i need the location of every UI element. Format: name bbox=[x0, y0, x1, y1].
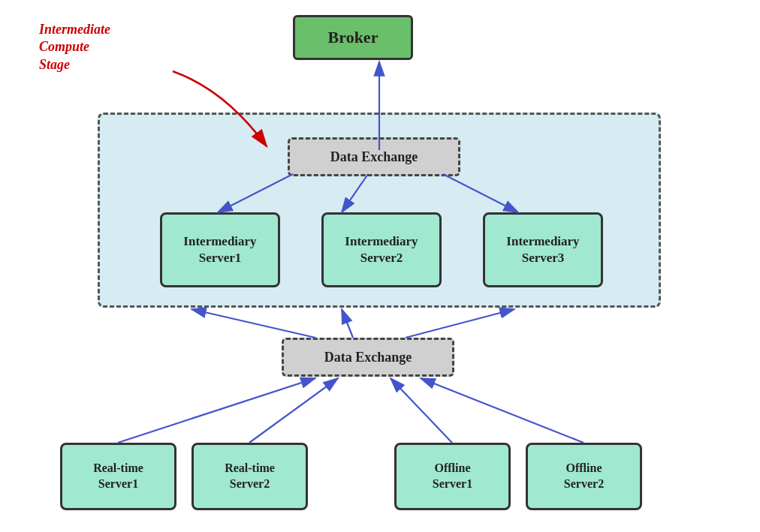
intermediary-server-3: Intermediary Server3 bbox=[483, 212, 603, 287]
realtime-server-2: Real-time Server2 bbox=[192, 443, 308, 510]
arrow-de-bot-to-int2 bbox=[342, 309, 353, 338]
broker-box: Broker bbox=[293, 15, 413, 60]
arrow-rt2-to-de-bot bbox=[249, 378, 338, 443]
intermediary-server-2: Intermediary Server2 bbox=[321, 212, 442, 287]
intermediate-compute-stage: Data Exchange Intermediary Server1 Inter… bbox=[98, 113, 661, 308]
arrow-de-bot-to-int1 bbox=[192, 309, 315, 338]
data-exchange-bottom: Data Exchange bbox=[282, 338, 454, 377]
realtime-server-1: Real-time Server1 bbox=[60, 443, 176, 510]
annotation-label: Intermediate Compute Stage bbox=[39, 21, 110, 74]
arrow-off2-to-de-bot bbox=[421, 378, 584, 443]
data-exchange-top: Data Exchange bbox=[288, 137, 460, 176]
intermediary-server-1: Intermediary Server1 bbox=[160, 212, 280, 287]
arrow-rt1-to-de-bot bbox=[118, 378, 315, 443]
offline-server-2: Offline Server2 bbox=[526, 443, 642, 510]
arrow-de-bot-to-int3 bbox=[406, 309, 514, 338]
offline-server-1: Offline Server1 bbox=[394, 443, 511, 510]
arrow-off1-to-de-bot bbox=[391, 378, 452, 443]
